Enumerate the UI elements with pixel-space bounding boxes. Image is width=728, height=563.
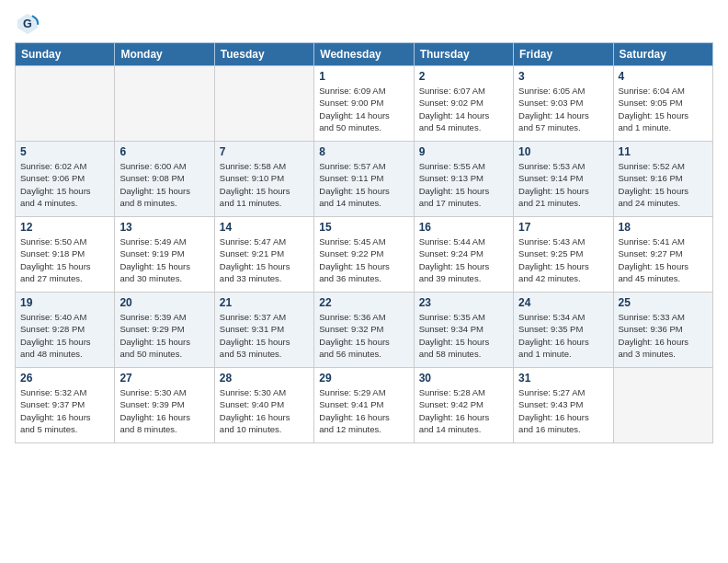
day-info: Sunrise: 5:49 AM Sunset: 9:19 PM Dayligh… [119,236,209,284]
day-info: Sunrise: 5:34 AM Sunset: 9:35 PM Dayligh… [518,311,608,360]
weekday-header: Friday [514,43,613,66]
calendar-week-row: 1Sunrise: 6:09 AM Sunset: 9:00 PM Daylig… [16,66,713,142]
weekday-row: SundayMondayTuesdayWednesdayThursdayFrid… [16,43,713,66]
calendar-cell: 31Sunrise: 5:27 AM Sunset: 9:43 PM Dayli… [514,368,613,443]
day-number: 13 [119,221,209,234]
calendar-cell: 11Sunrise: 5:52 AM Sunset: 9:16 PM Dayli… [613,142,712,217]
calendar-cell: 1Sunrise: 6:09 AM Sunset: 9:00 PM Daylig… [314,66,414,142]
day-number: 26 [20,372,109,385]
calendar-week-row: 19Sunrise: 5:40 AM Sunset: 9:28 PM Dayli… [16,293,713,368]
weekday-header: Saturday [613,43,712,66]
day-number: 29 [319,372,408,385]
calendar-cell: 7Sunrise: 5:58 AM Sunset: 9:10 PM Daylig… [214,142,313,217]
svg-text:G: G [23,17,32,30]
day-info: Sunrise: 5:40 AM Sunset: 9:28 PM Dayligh… [20,311,109,360]
day-info: Sunrise: 5:29 AM Sunset: 9:41 PM Dayligh… [319,386,408,435]
day-number: 4 [619,70,708,83]
day-number: 10 [518,145,608,158]
calendar-cell: 15Sunrise: 5:45 AM Sunset: 9:22 PM Dayli… [314,217,414,293]
calendar-header: SundayMondayTuesdayWednesdayThursdayFrid… [16,43,713,66]
day-info: Sunrise: 5:30 AM Sunset: 9:39 PM Dayligh… [119,386,209,435]
calendar-cell: 6Sunrise: 6:00 AM Sunset: 9:08 PM Daylig… [115,142,214,217]
logo-icon: G [15,11,40,37]
day-number: 1 [319,70,408,83]
day-number: 2 [419,70,508,83]
day-number: 5 [20,145,109,158]
day-number: 28 [220,372,309,385]
calendar-cell: 21Sunrise: 5:37 AM Sunset: 9:31 PM Dayli… [214,293,313,368]
day-number: 7 [220,145,309,158]
calendar: SundayMondayTuesdayWednesdayThursdayFrid… [15,42,713,443]
calendar-cell: 12Sunrise: 5:50 AM Sunset: 9:18 PM Dayli… [16,217,115,293]
day-number: 11 [619,145,708,158]
calendar-cell [613,368,712,443]
day-info: Sunrise: 5:27 AM Sunset: 9:43 PM Dayligh… [518,386,608,435]
calendar-week-row: 5Sunrise: 6:02 AM Sunset: 9:06 PM Daylig… [16,142,713,217]
day-info: Sunrise: 5:41 AM Sunset: 9:27 PM Dayligh… [619,236,708,284]
day-number: 24 [518,296,608,309]
day-number: 14 [220,221,309,234]
calendar-cell [16,66,115,142]
calendar-cell: 2Sunrise: 6:07 AM Sunset: 9:02 PM Daylig… [414,66,513,142]
weekday-header: Wednesday [314,43,414,66]
day-info: Sunrise: 5:44 AM Sunset: 9:24 PM Dayligh… [419,236,508,284]
day-info: Sunrise: 5:30 AM Sunset: 9:40 PM Dayligh… [220,386,309,435]
weekday-header: Tuesday [214,43,313,66]
day-number: 12 [20,221,109,234]
calendar-cell: 5Sunrise: 6:02 AM Sunset: 9:06 PM Daylig… [16,142,115,217]
calendar-cell: 14Sunrise: 5:47 AM Sunset: 9:21 PM Dayli… [214,217,313,293]
calendar-cell: 24Sunrise: 5:34 AM Sunset: 9:35 PM Dayli… [514,293,613,368]
day-number: 27 [119,372,209,385]
day-number: 8 [319,145,408,158]
day-info: Sunrise: 6:00 AM Sunset: 9:08 PM Dayligh… [119,160,209,209]
weekday-header: Thursday [414,43,513,66]
calendar-cell: 9Sunrise: 5:55 AM Sunset: 9:13 PM Daylig… [414,142,513,217]
calendar-cell: 4Sunrise: 6:04 AM Sunset: 9:05 PM Daylig… [613,66,712,142]
day-number: 30 [419,372,508,385]
calendar-cell: 3Sunrise: 6:05 AM Sunset: 9:03 PM Daylig… [514,66,613,142]
calendar-cell: 27Sunrise: 5:30 AM Sunset: 9:39 PM Dayli… [115,368,214,443]
day-info: Sunrise: 5:58 AM Sunset: 9:10 PM Dayligh… [220,160,309,209]
calendar-week-row: 12Sunrise: 5:50 AM Sunset: 9:18 PM Dayli… [16,217,713,293]
day-info: Sunrise: 5:28 AM Sunset: 9:42 PM Dayligh… [419,386,508,435]
day-number: 15 [319,221,408,234]
calendar-cell: 19Sunrise: 5:40 AM Sunset: 9:28 PM Dayli… [16,293,115,368]
weekday-header: Sunday [16,43,115,66]
day-info: Sunrise: 5:47 AM Sunset: 9:21 PM Dayligh… [220,236,309,284]
day-number: 23 [419,296,508,309]
calendar-week-row: 26Sunrise: 5:32 AM Sunset: 9:37 PM Dayli… [16,368,713,443]
day-info: Sunrise: 5:57 AM Sunset: 9:11 PM Dayligh… [319,160,408,209]
day-info: Sunrise: 5:52 AM Sunset: 9:16 PM Dayligh… [619,160,708,209]
day-info: Sunrise: 5:33 AM Sunset: 9:36 PM Dayligh… [619,311,708,360]
day-info: Sunrise: 6:07 AM Sunset: 9:02 PM Dayligh… [419,85,508,133]
calendar-cell: 25Sunrise: 5:33 AM Sunset: 9:36 PM Dayli… [613,293,712,368]
day-info: Sunrise: 5:35 AM Sunset: 9:34 PM Dayligh… [419,311,508,360]
calendar-cell: 20Sunrise: 5:39 AM Sunset: 9:29 PM Dayli… [115,293,214,368]
day-number: 31 [518,372,608,385]
day-info: Sunrise: 5:55 AM Sunset: 9:13 PM Dayligh… [419,160,508,209]
logo: G [15,11,44,37]
calendar-cell: 26Sunrise: 5:32 AM Sunset: 9:37 PM Dayli… [16,368,115,443]
calendar-cell: 22Sunrise: 5:36 AM Sunset: 9:32 PM Dayli… [314,293,414,368]
day-info: Sunrise: 5:50 AM Sunset: 9:18 PM Dayligh… [20,236,109,284]
calendar-cell: 13Sunrise: 5:49 AM Sunset: 9:19 PM Dayli… [115,217,214,293]
day-number: 19 [20,296,109,309]
day-number: 16 [419,221,508,234]
day-info: Sunrise: 6:05 AM Sunset: 9:03 PM Dayligh… [518,85,608,133]
day-info: Sunrise: 5:43 AM Sunset: 9:25 PM Dayligh… [518,236,608,284]
calendar-cell: 28Sunrise: 5:30 AM Sunset: 9:40 PM Dayli… [214,368,313,443]
header: G [15,11,713,37]
day-info: Sunrise: 5:32 AM Sunset: 9:37 PM Dayligh… [20,386,109,435]
day-number: 21 [220,296,309,309]
weekday-header: Monday [115,43,214,66]
day-info: Sunrise: 5:39 AM Sunset: 9:29 PM Dayligh… [119,311,209,360]
calendar-cell: 16Sunrise: 5:44 AM Sunset: 9:24 PM Dayli… [414,217,513,293]
day-number: 18 [619,221,708,234]
calendar-cell: 23Sunrise: 5:35 AM Sunset: 9:34 PM Dayli… [414,293,513,368]
day-info: Sunrise: 5:37 AM Sunset: 9:31 PM Dayligh… [220,311,309,360]
calendar-body: 1Sunrise: 6:09 AM Sunset: 9:00 PM Daylig… [16,66,713,443]
day-info: Sunrise: 6:02 AM Sunset: 9:06 PM Dayligh… [20,160,109,209]
day-number: 20 [119,296,209,309]
day-number: 22 [319,296,408,309]
calendar-cell: 8Sunrise: 5:57 AM Sunset: 9:11 PM Daylig… [314,142,414,217]
